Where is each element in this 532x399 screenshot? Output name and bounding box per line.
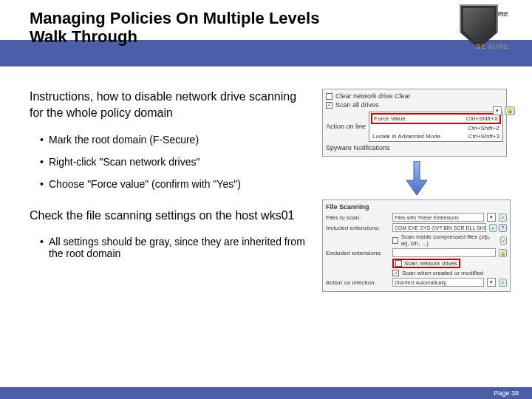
scan-network-label: Scan network drives (404, 260, 457, 267)
excluded-ext-label: Excluded extensions: (326, 250, 389, 256)
files-to-scan-label: Files to scan: (326, 214, 389, 221)
checkbox-checked-icon[interactable] (392, 270, 399, 276)
arrow-down-icon (406, 161, 427, 195)
menu-locate-advanced[interactable]: Locate in Advanced Mode Ctrl+Shift+3 (371, 132, 501, 140)
status-icon: ✓ (499, 279, 507, 287)
scan-label: Scan all drives (335, 101, 379, 109)
menu-item[interactable]: Ctrl+Shift+Z (371, 124, 501, 132)
panel-title: File Scanning (326, 203, 507, 211)
check-text: Check the file scanning settings on the … (30, 208, 310, 224)
files-to-scan-value[interactable]: Files with These Extensions (392, 213, 484, 222)
list-item: Choose "Force value" (confirm with "Yes"… (40, 178, 310, 190)
lock-icon: 🔒 (499, 249, 507, 257)
dropdown-icon[interactable]: ▾ (487, 278, 496, 287)
list-item: Right-click "Scan network drives" (40, 156, 310, 168)
instructions-column: Instructions, how to disable network dri… (30, 89, 310, 362)
content-area: Instructions, how to disable network dri… (0, 66, 532, 362)
status-icon: ✓ (489, 224, 497, 232)
info-icon: ? (499, 224, 507, 232)
page-number: Page 38 (494, 389, 519, 397)
list-item: Mark the root domain (F-Secure) (40, 134, 310, 146)
list-item: All settings should be gray, since they … (40, 236, 310, 259)
lock-icon[interactable]: 🔒 (505, 106, 515, 115)
file-scanning-panel: File Scanning Files to scan: Files with … (322, 200, 511, 292)
instruction-list: Mark the root domain (F-Secure) Right-cl… (30, 134, 310, 190)
scan-compressed-label: Scan inside compressed files (zip, arj, … (401, 233, 497, 247)
status-icon: ✓ (500, 236, 507, 245)
slide-header: Managing Policies On Multiple LevelsWalk… (0, 0, 532, 66)
page-footer: Page 38 (0, 387, 532, 399)
checkbox-checked-icon[interactable] (326, 102, 332, 109)
brand-tagline: BE SURE. (476, 43, 511, 50)
included-ext-label: Included extensions: (326, 225, 389, 231)
dropdown-icon[interactable]: ▾ (487, 213, 496, 222)
checkbox-icon[interactable] (392, 237, 398, 244)
checkbox-icon[interactable] (326, 93, 332, 100)
screenshot-column: Clear network drive Clear Scan all drive… (322, 89, 511, 362)
status-icon: ✓ (499, 214, 507, 222)
brand-logo: F-SECURE BE SURE. (434, 4, 523, 62)
dropdown-icon[interactable]: ▾ (493, 106, 502, 115)
excluded-ext-value[interactable] (392, 248, 496, 257)
scan-network-highlight: Scan network drives (392, 259, 460, 268)
included-ext-value[interactable]: COM EXE SYS OV? BIN SCR DLL SHS HTM HTA (392, 223, 486, 232)
action-infection-value[interactable]: Disinfect Automatically (392, 278, 484, 287)
menu-force-value[interactable]: Force Value Ctrl+Shift+X (371, 113, 501, 124)
checkbox-icon[interactable] (395, 260, 402, 267)
context-menu-panel: Clear network drive Clear Scan all drive… (322, 89, 507, 157)
action-line-label: Action on line (326, 123, 366, 130)
spyware-label: Spyware Notifications (326, 144, 390, 151)
clear-label: Clear network drive Clear (335, 92, 411, 100)
shield-icon (460, 4, 498, 49)
action-infection-label: Action on infection: (326, 279, 389, 286)
intro-text: Instructions, how to disable network dri… (30, 89, 310, 120)
scan-created-label: Scan when created or modified (402, 270, 483, 276)
page-title: Managing Policies On Multiple LevelsWalk… (30, 9, 319, 47)
check-list: All settings should be gray, since they … (30, 236, 310, 259)
